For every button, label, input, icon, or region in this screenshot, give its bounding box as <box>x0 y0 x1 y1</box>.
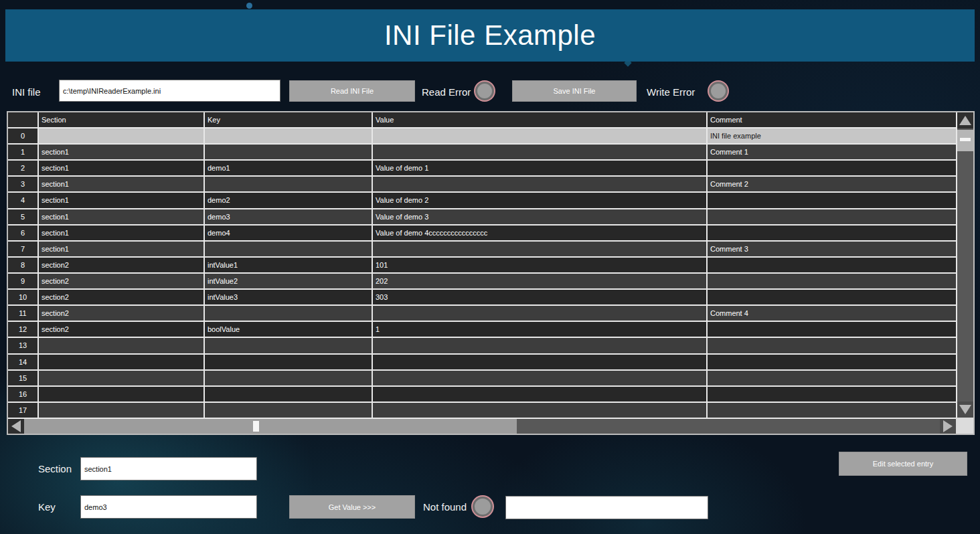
cell-value: Value of demo 1 <box>373 161 708 175</box>
save-ini-file-button[interactable]: Save INI File <box>512 80 637 102</box>
cell-key <box>205 177 373 191</box>
write-error-led <box>709 82 728 100</box>
header-value: Value <box>373 112 708 127</box>
triangle-up-icon <box>959 116 971 125</box>
key-input[interactable] <box>80 495 257 519</box>
table-row[interactable]: 4section1demo2Value of demo 2 <box>8 193 956 209</box>
cell-comment <box>708 193 956 207</box>
get-value-button[interactable]: Get Value >>> <box>289 495 415 519</box>
cell-section: section1 <box>39 242 205 256</box>
section-label: Section <box>38 463 72 474</box>
table-row[interactable]: 14 <box>8 355 956 371</box>
scrollbar-corner <box>956 418 973 434</box>
title-banner: INI File Example <box>5 9 975 62</box>
vertical-scrollbar-thumb[interactable] <box>957 130 973 151</box>
header-section: Section <box>39 112 205 127</box>
table-rows: 0INI file example1section1Comment 12sect… <box>8 128 956 418</box>
triangle-down-icon <box>959 405 971 414</box>
cell-comment <box>708 371 956 385</box>
cell-section: section1 <box>39 145 205 159</box>
cell-key: boolValue <box>205 322 373 337</box>
cell-section: section2 <box>39 290 205 304</box>
cell-key <box>205 387 373 402</box>
cell-value <box>373 371 708 385</box>
horizontal-scrollbar[interactable] <box>8 418 956 434</box>
table-row[interactable]: 16 <box>8 387 956 403</box>
table-row[interactable]: 3section1Comment 2 <box>8 177 956 193</box>
scroll-down-button[interactable] <box>957 402 973 418</box>
scroll-up-button[interactable] <box>957 112 973 128</box>
edit-selected-entry-button[interactable]: Edit selected entry <box>839 452 967 476</box>
cell-key <box>205 355 373 369</box>
table-row[interactable]: 9section2intValue2202 <box>8 274 956 290</box>
triangle-left-icon <box>11 420 21 432</box>
cell-value: 101 <box>373 258 708 272</box>
cell-value <box>373 145 708 159</box>
cell-comment: INI file example <box>708 128 956 143</box>
cell-key <box>205 403 373 418</box>
cell-section: section1 <box>39 161 205 175</box>
header-comment: Comment <box>708 112 956 127</box>
cell-comment: Comment 1 <box>708 145 956 159</box>
cell-value <box>373 387 708 402</box>
ini-file-label: INI file <box>12 86 41 98</box>
row-index: 2 <box>8 161 39 175</box>
decor-dot <box>246 3 252 9</box>
table-row[interactable]: 0INI file example <box>8 128 956 145</box>
table-main: Section Key Value Comment 0INI file exam… <box>8 112 956 418</box>
section-input[interactable] <box>80 457 257 480</box>
table-row[interactable]: 15 <box>8 371 956 387</box>
cell-comment <box>708 290 956 304</box>
table-row[interactable]: 12section2boolValue1 <box>8 322 956 338</box>
cell-comment <box>708 355 956 369</box>
thumb-grip <box>253 421 259 432</box>
cell-value <box>373 177 708 191</box>
scroll-right-button[interactable] <box>940 419 956 434</box>
cell-key: demo4 <box>205 226 373 240</box>
read-ini-file-button[interactable]: Read INI File <box>289 80 415 102</box>
scroll-left-button[interactable] <box>8 419 24 434</box>
cell-section: section1 <box>39 193 205 207</box>
cell-comment: Comment 2 <box>708 177 956 191</box>
page-title: INI File Example <box>384 19 596 52</box>
cell-section: section2 <box>39 258 205 272</box>
cell-section: section1 <box>39 177 205 191</box>
cell-section <box>39 387 205 402</box>
cell-key <box>205 338 373 353</box>
cell-key <box>205 242 373 256</box>
table-row[interactable]: 17 <box>8 403 956 418</box>
cell-key <box>205 128 373 143</box>
cell-section <box>39 371 205 385</box>
table-row[interactable]: 6section1demo4Value of demo 4ccccccccccc… <box>8 226 956 242</box>
table-row[interactable]: 11section2Comment 4 <box>8 306 956 322</box>
key-label: Key <box>38 501 56 513</box>
cell-key <box>205 371 373 385</box>
horizontal-scrollbar-thumb[interactable] <box>24 419 517 434</box>
row-index: 0 <box>8 128 39 143</box>
table-row[interactable]: 10section2intValue3303 <box>8 290 956 306</box>
table-row[interactable]: 8section2intValue1101 <box>8 258 956 274</box>
cell-section: section2 <box>39 322 205 337</box>
cell-key <box>205 145 373 159</box>
cell-section: section1 <box>39 209 205 224</box>
row-index: 9 <box>8 274 39 288</box>
table-row[interactable]: 2section1demo1Value of demo 1 <box>8 161 956 177</box>
row-index: 15 <box>8 371 39 385</box>
ini-entries-table: Section Key Value Comment 0INI file exam… <box>7 111 975 435</box>
write-error-label: Write Error <box>647 86 695 98</box>
table-row[interactable]: 13 <box>8 338 956 354</box>
app-window: INI File Example INI file Read INI File … <box>0 0 980 534</box>
table-row[interactable]: 7section1Comment 3 <box>8 242 956 258</box>
cell-section: section2 <box>39 274 205 288</box>
cell-section <box>39 338 205 353</box>
table-row[interactable]: 1section1Comment 1 <box>8 145 956 161</box>
row-index: 1 <box>8 145 39 159</box>
vertical-scrollbar[interactable] <box>956 112 973 418</box>
cell-key <box>205 306 373 321</box>
cell-comment: Comment 3 <box>708 242 956 256</box>
row-index: 10 <box>8 290 39 304</box>
ini-file-path-input[interactable] <box>59 80 280 102</box>
cell-comment: Comment 4 <box>708 306 956 321</box>
row-index: 12 <box>8 322 39 337</box>
table-row[interactable]: 5section1demo3Value of demo 3 <box>8 209 956 226</box>
